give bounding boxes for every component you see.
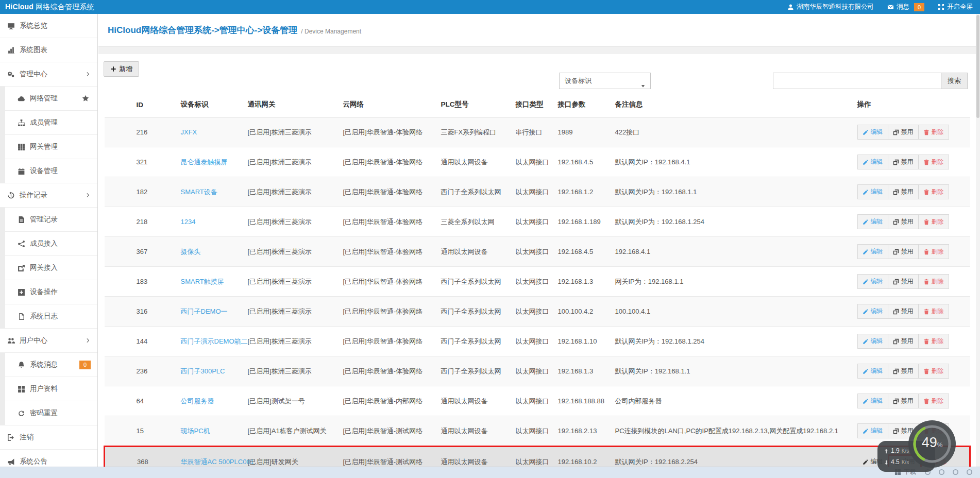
cell-interface-param: 192.168.10.2 [554,447,611,467]
sidebar-item-label: 网关管理 [30,142,58,151]
device-name-link[interactable]: JXFX [181,128,197,136]
device-name-link[interactable]: SMART触摸屏 [181,278,224,285]
delete-button[interactable]: 删除 [918,184,949,199]
device-name-link[interactable]: 华辰智通AC 500PLC001 [181,458,254,466]
table-row: 321 昆仑通泰触摸屏 [已启用]株洲三菱演示 [已启用]华辰智通-体验网络 通… [105,147,970,177]
edit-button[interactable]: 编辑 [857,334,888,349]
ring-icon[interactable] [966,469,973,475]
sidebar-item[interactable]: 操作记录 [0,183,97,208]
cell-cloud-network: [已启用]华辰智通-体验网络 [339,117,437,147]
device-name-link[interactable]: 西门子300PLC [181,367,225,375]
cell-device-name: 1234 [177,207,244,237]
enable-disable-button[interactable]: 禁用 [888,125,919,140]
clone-icon [893,129,899,135]
device-name-link[interactable]: 摄像头 [181,248,201,255]
sidebar-item-icon [18,264,25,272]
table-row: 216 JXFX [已启用]株洲三菱演示 [已启用]华辰智通-体验网络 三菱FX… [105,117,970,147]
edit-button[interactable]: 编辑 [857,125,888,140]
enable-disable-button[interactable]: 禁用 [888,394,919,408]
sidebar-item[interactable]: 系统总览 [0,14,97,38]
sidebar-item[interactable]: 密码重置 [0,401,97,425]
edit-button[interactable]: 编辑 [857,394,888,408]
sidebar-item[interactable]: 系统消息 0 [0,353,97,377]
edit-button[interactable]: 编辑 [857,214,888,229]
edit-button[interactable]: 编辑 [857,184,888,199]
delete-button[interactable]: 删除 [918,394,949,408]
edit-button[interactable]: 编辑 [857,244,888,259]
edit-button[interactable]: 编辑 [857,364,888,379]
cell-interface-type: 以太网接口 [512,356,554,386]
device-name-link[interactable]: 公司服务器 [181,397,214,405]
sidebar-item-icon [18,95,25,103]
sidebar-item[interactable]: 用户资料 [0,377,97,401]
device-name-link[interactable]: 西门子DEMO一 [181,308,228,315]
delete-button[interactable]: 删除 [918,274,949,289]
delete-button[interactable]: 删除 [918,244,949,259]
cell-interface-type: 以太网接口 [512,416,554,447]
search-input[interactable] [773,73,941,89]
sidebar-item[interactable]: 管理记录 [0,208,97,232]
fullscreen-expand-icon [938,4,944,10]
delete-button[interactable]: 删除 [918,304,949,319]
enable-disable-button[interactable]: 禁用 [888,184,919,199]
cell-interface-type: 以太网接口 [512,267,554,297]
sidebar-item[interactable]: 注销 [0,425,97,450]
filter-field-select[interactable]: 设备标识 [559,73,651,89]
sidebar-item[interactable]: 设备管理 [0,159,97,183]
edit-button[interactable]: 编辑 [857,274,888,289]
sidebar-item[interactable]: 系统日志 [0,304,97,329]
delete-button[interactable]: 删除 [918,214,949,229]
cell-actions: 编辑 禁用 删除 [853,147,970,177]
edit-button[interactable]: 编辑 [857,304,888,319]
delete-label: 删除 [932,367,944,375]
enable-disable-button[interactable]: 禁用 [888,274,919,289]
add-device-button[interactable]: 新增 [104,61,139,77]
sidebar-item[interactable]: 成员管理 [0,111,97,135]
device-name-link[interactable]: 现场PC机 [181,427,210,435]
sidebar-item[interactable]: 网关接入 [0,256,97,280]
enable-disable-button[interactable]: 禁用 [888,244,919,259]
gauge-percent: 49% [908,435,956,451]
device-name-link[interactable]: 昆仑通泰触摸屏 [181,158,228,166]
enable-disable-button[interactable]: 禁用 [888,304,919,319]
sidebar-item[interactable]: 网络管理 [0,87,97,111]
messages-menu[interactable]: 消息 0 [887,3,924,11]
cell-device-name: SMART触摸屏 [177,267,244,297]
company-menu[interactable]: 湖南华辰智通科技有限公司 [787,3,874,11]
search-button[interactable]: 搜索 [941,73,968,89]
enable-disable-button[interactable]: 禁用 [888,334,919,349]
edit-label: 编辑 [871,337,883,346]
action-button-group: 编辑 禁用 删除 [857,184,966,199]
sidebar-item-label: 网络管理 [30,94,58,103]
clone-icon [893,398,899,404]
trash-icon [923,279,930,285]
clone-icon [893,428,899,434]
delete-button[interactable]: 删除 [918,125,949,140]
enable-disable-button[interactable]: 禁用 [888,155,919,169]
device-name-link[interactable]: SMART设备 [181,188,217,196]
delete-button[interactable]: 删除 [918,334,949,349]
ring-icon[interactable] [952,469,959,475]
device-name-link[interactable]: 西门子演示DEMO箱二 [181,337,248,345]
delete-button[interactable]: 删除 [918,364,949,379]
memory-usage-gauge[interactable]: 49% [908,420,956,468]
cell-device-name: 公司服务器 [177,386,244,416]
enable-disable-button[interactable]: 禁用 [888,364,919,379]
table-row: 218 1234 [已启用]株洲三菱演示 [已启用]华辰智通-体验网络 三菱全系… [105,207,970,237]
delete-button[interactable]: 删除 [918,155,949,169]
ring-icon[interactable] [938,469,945,475]
sidebar-item[interactable]: 网关管理 [0,135,97,159]
sidebar-item-label: 操作记录 [20,191,47,200]
edit-button[interactable]: 编辑 [857,155,888,169]
device-name-link[interactable]: 1234 [181,218,196,226]
sidebar-item[interactable]: 系统图表 [0,38,97,62]
sidebar-item[interactable]: 成员接入 [0,232,97,256]
sidebar-item[interactable]: 用户中心 [0,329,97,353]
fullscreen-toggle[interactable]: 开启全屏 [938,3,973,11]
edit-button[interactable]: 编辑 [857,423,888,438]
enable-disable-button[interactable]: 禁用 [888,214,919,229]
sidebar-item[interactable]: 设备操作 [0,280,97,304]
sidebar-item-icon [18,361,25,369]
scrollbar-thumb[interactable] [976,15,979,118]
sidebar-item[interactable]: 管理中心 [0,62,97,87]
